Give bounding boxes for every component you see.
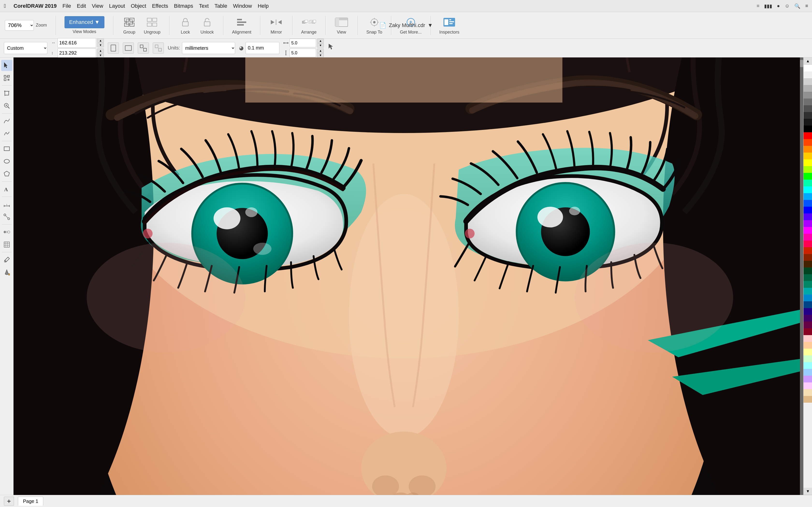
rectangle-tool[interactable] xyxy=(1,143,12,154)
color-swatch[interactable] xyxy=(804,119,812,125)
lock-btn[interactable]: Lock xyxy=(178,16,193,35)
ungroup-btn[interactable]: Ungroup xyxy=(144,16,160,35)
menu-bitmaps[interactable]: Bitmaps xyxy=(174,3,193,9)
scale-y-down[interactable]: ▼ xyxy=(317,53,324,57)
freehand-tool[interactable] xyxy=(1,115,12,126)
color-swatch[interactable] xyxy=(804,382,812,389)
menu-view[interactable]: View xyxy=(92,3,103,9)
menu-layout[interactable]: Layout xyxy=(109,3,125,9)
mirror-btn[interactable]: Mirror xyxy=(269,16,284,35)
color-swatch[interactable] xyxy=(804,227,812,234)
color-swatch[interactable] xyxy=(804,92,812,99)
color-swatch[interactable] xyxy=(804,200,812,207)
width-up[interactable]: ▲ xyxy=(97,38,104,43)
color-swatch[interactable] xyxy=(804,281,812,288)
polygon-tool[interactable] xyxy=(1,168,12,179)
color-swatch[interactable] xyxy=(804,132,812,139)
app-name[interactable]: CorelDRAW 2019 xyxy=(13,3,57,9)
scale-x-up[interactable]: ▲ xyxy=(317,39,324,43)
color-swatch[interactable] xyxy=(804,349,812,355)
scale-x-down[interactable]: ▼ xyxy=(317,43,324,48)
search-icon[interactable]: 🔍 xyxy=(794,3,800,9)
fill-tool[interactable] xyxy=(1,267,12,278)
palette-scroll-down[interactable]: ▼ xyxy=(804,488,812,495)
menu-edit[interactable]: Edit xyxy=(77,3,86,9)
palette-scroll-up[interactable]: ▲ xyxy=(804,57,812,65)
color-swatch[interactable] xyxy=(804,139,812,146)
color-swatch[interactable] xyxy=(804,146,812,153)
color-swatch[interactable] xyxy=(804,342,812,349)
height-down[interactable]: ▼ xyxy=(97,53,104,57)
text-tool[interactable]: A xyxy=(1,183,12,194)
scale-y-input[interactable] xyxy=(290,49,316,57)
units-select[interactable]: millimeters inches pixels centimeters xyxy=(182,42,235,54)
zoom-select[interactable]: 706% 100% 200% 400% xyxy=(5,20,34,31)
menu-table[interactable]: Table xyxy=(215,3,227,9)
color-swatch[interactable] xyxy=(804,328,812,335)
color-swatch[interactable] xyxy=(804,180,812,186)
color-swatch[interactable] xyxy=(804,335,812,342)
color-swatch[interactable] xyxy=(804,369,812,376)
select-tool[interactable] xyxy=(1,60,12,71)
color-swatch[interactable] xyxy=(804,396,812,403)
color-swatch[interactable] xyxy=(804,308,812,315)
color-swatch[interactable] xyxy=(804,220,812,227)
page-1-tab[interactable]: Page 1 xyxy=(18,497,43,506)
node-tool[interactable] xyxy=(1,72,12,83)
nudge-input[interactable] xyxy=(246,42,280,54)
color-swatch[interactable] xyxy=(804,153,812,159)
color-swatch[interactable] xyxy=(804,240,812,247)
inspectors-btn[interactable]: Inspectors xyxy=(439,16,459,35)
eyedropper-tool[interactable] xyxy=(1,254,12,265)
color-swatch[interactable] xyxy=(804,193,812,200)
color-swatch[interactable] xyxy=(804,159,812,166)
width-down[interactable]: ▼ xyxy=(97,43,104,47)
canvas-scrollbar[interactable] xyxy=(800,57,803,495)
color-swatch[interactable] xyxy=(804,234,812,240)
color-swatch[interactable] xyxy=(804,85,812,92)
scrollbar-thumb[interactable] xyxy=(800,60,803,67)
alignment-btn[interactable]: Alignment xyxy=(232,16,251,35)
color-swatch[interactable] xyxy=(804,112,812,119)
color-swatch[interactable] xyxy=(804,389,812,396)
parallel-dim-tool[interactable] xyxy=(1,199,12,210)
color-swatch[interactable] xyxy=(804,186,812,193)
scale-x-input[interactable] xyxy=(290,39,316,47)
control-center-icon[interactable]: ≡ xyxy=(805,3,808,9)
menu-text[interactable]: Text xyxy=(199,3,209,9)
color-swatch[interactable] xyxy=(804,355,812,362)
color-swatch[interactable] xyxy=(804,213,812,220)
crop-tool[interactable] xyxy=(1,88,12,99)
color-swatch[interactable] xyxy=(804,166,812,173)
arrange-btn[interactable]: Arrange xyxy=(301,16,317,35)
color-swatch[interactable] xyxy=(804,362,812,369)
color-swatch[interactable] xyxy=(804,274,812,281)
color-swatch[interactable] xyxy=(804,254,812,261)
group-btn[interactable]: Group xyxy=(122,16,137,35)
view-btn[interactable]: View xyxy=(334,16,349,35)
color-swatch[interactable] xyxy=(804,288,812,294)
connector-tool[interactable] xyxy=(1,211,12,222)
color-swatch[interactable] xyxy=(804,261,812,268)
mesh-fill-tool[interactable] xyxy=(1,239,12,250)
menu-window[interactable]: Window xyxy=(233,3,252,9)
menu-help[interactable]: Help xyxy=(258,3,268,9)
menu-effects[interactable]: Effects xyxy=(152,3,168,9)
color-swatch[interactable] xyxy=(804,105,812,112)
scale-y-up[interactable]: ▲ xyxy=(317,49,324,53)
unlock-btn[interactable]: Unlock xyxy=(200,16,214,35)
zoom-tool[interactable] xyxy=(1,100,12,111)
width-input[interactable]: 162.616 xyxy=(57,38,96,48)
blend-tool[interactable] xyxy=(1,226,12,237)
color-swatch[interactable] xyxy=(804,125,812,132)
height-up[interactable]: ▲ xyxy=(97,49,104,53)
color-swatch[interactable] xyxy=(804,268,812,274)
apple-logo-icon[interactable]:  xyxy=(4,3,6,9)
ellipse-tool[interactable] xyxy=(1,156,12,167)
color-swatch[interactable] xyxy=(804,315,812,322)
view-modes-group[interactable]: Enhanced ▼ View Modes xyxy=(64,16,104,34)
color-swatch[interactable] xyxy=(804,247,812,254)
height-input[interactable]: 213.292 xyxy=(57,48,96,58)
color-swatch[interactable] xyxy=(804,173,812,180)
color-swatch[interactable] xyxy=(804,207,812,213)
